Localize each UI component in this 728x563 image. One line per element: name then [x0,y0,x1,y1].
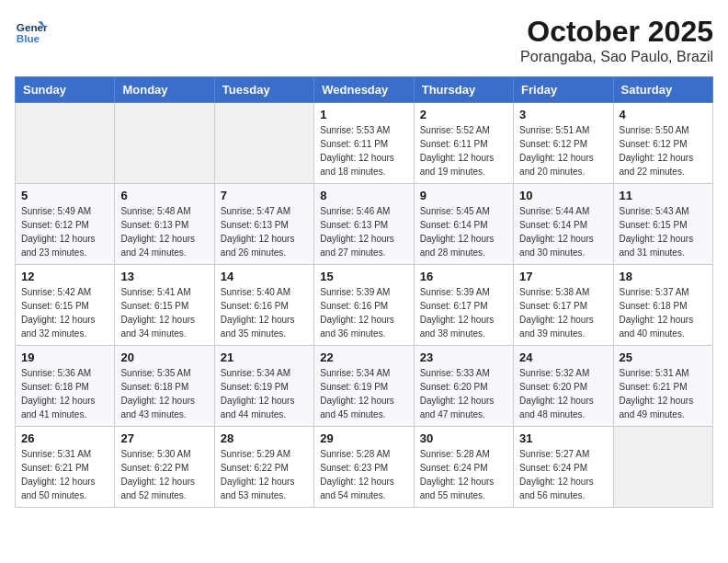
calendar-cell: 17Sunrise: 5:38 AM Sunset: 6:17 PM Dayli… [514,265,613,346]
day-number: 12 [21,270,108,283]
week-row-3: 12Sunrise: 5:42 AM Sunset: 6:15 PM Dayli… [16,265,713,346]
day-number: 11 [620,189,707,202]
day-number: 9 [420,189,507,202]
calendar-body: 1Sunrise: 5:53 AM Sunset: 6:11 PM Daylig… [16,103,713,508]
day-info: Sunrise: 5:41 AM Sunset: 6:15 PM Dayligh… [120,285,208,340]
calendar-cell: 26Sunrise: 5:31 AM Sunset: 6:21 PM Dayli… [16,427,115,508]
day-number: 17 [519,270,607,283]
calendar-cell: 13Sunrise: 5:41 AM Sunset: 6:15 PM Dayli… [115,265,214,346]
day-info: Sunrise: 5:42 AM Sunset: 6:15 PM Dayligh… [21,285,108,340]
calendar-header-row: SundayMondayTuesdayWednesdayThursdayFrid… [16,77,713,103]
day-info: Sunrise: 5:50 AM Sunset: 6:12 PM Dayligh… [620,123,707,178]
calendar-cell: 20Sunrise: 5:35 AM Sunset: 6:18 PM Dayli… [115,346,214,427]
day-info: Sunrise: 5:47 AM Sunset: 6:13 PM Dayligh… [221,204,308,259]
day-info: Sunrise: 5:30 AM Sunset: 6:22 PM Dayligh… [120,447,208,502]
day-info: Sunrise: 5:45 AM Sunset: 6:14 PM Dayligh… [420,204,507,259]
day-number: 28 [221,431,308,445]
calendar-title: October 2025 [520,15,713,49]
day-info: Sunrise: 5:39 AM Sunset: 6:16 PM Dayligh… [320,285,407,340]
day-info: Sunrise: 5:29 AM Sunset: 6:22 PM Dayligh… [221,447,308,502]
day-info: Sunrise: 5:36 AM Sunset: 6:18 PM Dayligh… [21,366,108,421]
calendar-cell: 21Sunrise: 5:34 AM Sunset: 6:19 PM Dayli… [214,346,313,427]
col-header-sunday: Sunday [16,77,115,103]
col-header-monday: Monday [115,77,214,103]
calendar-cell: 15Sunrise: 5:39 AM Sunset: 6:16 PM Dayli… [314,265,414,346]
calendar-cell: 25Sunrise: 5:31 AM Sunset: 6:21 PM Dayli… [613,346,712,427]
day-number: 2 [420,108,507,121]
col-header-tuesday: Tuesday [214,77,313,103]
day-number: 14 [221,270,308,283]
day-info: Sunrise: 5:35 AM Sunset: 6:18 PM Dayligh… [120,366,208,421]
calendar-cell: 8Sunrise: 5:46 AM Sunset: 6:13 PM Daylig… [314,184,414,265]
calendar-cell: 22Sunrise: 5:34 AM Sunset: 6:19 PM Dayli… [314,346,414,427]
day-info: Sunrise: 5:32 AM Sunset: 6:20 PM Dayligh… [519,366,607,421]
day-info: Sunrise: 5:53 AM Sunset: 6:11 PM Dayligh… [320,123,407,178]
calendar-cell: 24Sunrise: 5:32 AM Sunset: 6:20 PM Dayli… [514,346,613,427]
title-block: October 2025 Porangaba, Sao Paulo, Brazi… [520,15,713,65]
calendar-cell: 2Sunrise: 5:52 AM Sunset: 6:11 PM Daylig… [414,103,513,184]
calendar-cell: 16Sunrise: 5:39 AM Sunset: 6:17 PM Dayli… [414,265,513,346]
day-number: 29 [320,431,407,445]
col-header-saturday: Saturday [613,77,712,103]
day-info: Sunrise: 5:33 AM Sunset: 6:20 PM Dayligh… [420,366,507,421]
day-number: 13 [120,270,208,283]
day-info: Sunrise: 5:48 AM Sunset: 6:13 PM Dayligh… [120,204,208,259]
day-number: 15 [320,270,407,283]
day-info: Sunrise: 5:40 AM Sunset: 6:16 PM Dayligh… [221,285,308,340]
calendar-cell: 3Sunrise: 5:51 AM Sunset: 6:12 PM Daylig… [514,103,613,184]
day-number: 6 [120,189,208,202]
day-info: Sunrise: 5:51 AM Sunset: 6:12 PM Dayligh… [519,123,607,178]
calendar-cell: 29Sunrise: 5:28 AM Sunset: 6:23 PM Dayli… [314,427,414,508]
week-row-4: 19Sunrise: 5:36 AM Sunset: 6:18 PM Dayli… [16,346,713,427]
calendar-subtitle: Porangaba, Sao Paulo, Brazil [520,49,713,65]
svg-text:Blue: Blue [17,32,40,44]
day-number: 20 [120,350,208,364]
day-number: 31 [519,431,607,445]
day-number: 5 [21,189,108,202]
calendar-cell: 14Sunrise: 5:40 AM Sunset: 6:16 PM Dayli… [214,265,313,346]
week-row-1: 1Sunrise: 5:53 AM Sunset: 6:11 PM Daylig… [16,103,713,184]
calendar-cell: 31Sunrise: 5:27 AM Sunset: 6:24 PM Dayli… [514,427,613,508]
calendar-cell: 1Sunrise: 5:53 AM Sunset: 6:11 PM Daylig… [314,103,414,184]
calendar-cell: 7Sunrise: 5:47 AM Sunset: 6:13 PM Daylig… [214,184,313,265]
day-number: 16 [420,270,507,283]
calendar-cell: 23Sunrise: 5:33 AM Sunset: 6:20 PM Dayli… [414,346,513,427]
day-number: 10 [519,189,607,202]
page-header: General Blue October 2025 Porangaba, Sao… [15,15,713,65]
day-number: 1 [320,108,407,121]
day-info: Sunrise: 5:31 AM Sunset: 6:21 PM Dayligh… [21,447,108,502]
week-row-2: 5Sunrise: 5:49 AM Sunset: 6:12 PM Daylig… [16,184,713,265]
day-number: 19 [21,350,108,364]
calendar-cell: 12Sunrise: 5:42 AM Sunset: 6:15 PM Dayli… [16,265,115,346]
day-info: Sunrise: 5:31 AM Sunset: 6:21 PM Dayligh… [620,366,707,421]
day-info: Sunrise: 5:28 AM Sunset: 6:24 PM Dayligh… [420,447,507,502]
day-number: 3 [519,108,607,121]
day-number: 18 [620,270,707,283]
calendar-table: SundayMondayTuesdayWednesdayThursdayFrid… [15,76,713,508]
col-header-wednesday: Wednesday [314,77,414,103]
calendar-cell: 27Sunrise: 5:30 AM Sunset: 6:22 PM Dayli… [115,427,214,508]
day-info: Sunrise: 5:43 AM Sunset: 6:15 PM Dayligh… [620,204,707,259]
day-info: Sunrise: 5:49 AM Sunset: 6:12 PM Dayligh… [21,204,108,259]
calendar-cell: 18Sunrise: 5:37 AM Sunset: 6:18 PM Dayli… [613,265,712,346]
calendar-cell: 30Sunrise: 5:28 AM Sunset: 6:24 PM Dayli… [414,427,513,508]
logo-icon: General Blue [15,15,48,48]
calendar-cell: 11Sunrise: 5:43 AM Sunset: 6:15 PM Dayli… [613,184,712,265]
week-row-5: 26Sunrise: 5:31 AM Sunset: 6:21 PM Dayli… [16,427,713,508]
day-info: Sunrise: 5:39 AM Sunset: 6:17 PM Dayligh… [420,285,507,340]
calendar-cell: 9Sunrise: 5:45 AM Sunset: 6:14 PM Daylig… [414,184,513,265]
calendar-cell: 5Sunrise: 5:49 AM Sunset: 6:12 PM Daylig… [16,184,115,265]
calendar-cell: 28Sunrise: 5:29 AM Sunset: 6:22 PM Dayli… [214,427,313,508]
day-info: Sunrise: 5:52 AM Sunset: 6:11 PM Dayligh… [420,123,507,178]
day-number: 21 [221,350,308,364]
day-info: Sunrise: 5:38 AM Sunset: 6:17 PM Dayligh… [519,285,607,340]
day-number: 25 [620,350,707,364]
day-info: Sunrise: 5:34 AM Sunset: 6:19 PM Dayligh… [320,366,407,421]
calendar-cell: 6Sunrise: 5:48 AM Sunset: 6:13 PM Daylig… [115,184,214,265]
day-number: 23 [420,350,507,364]
day-number: 30 [420,431,507,445]
col-header-friday: Friday [514,77,613,103]
calendar-cell [16,103,115,184]
day-number: 27 [120,431,208,445]
day-info: Sunrise: 5:37 AM Sunset: 6:18 PM Dayligh… [620,285,707,340]
